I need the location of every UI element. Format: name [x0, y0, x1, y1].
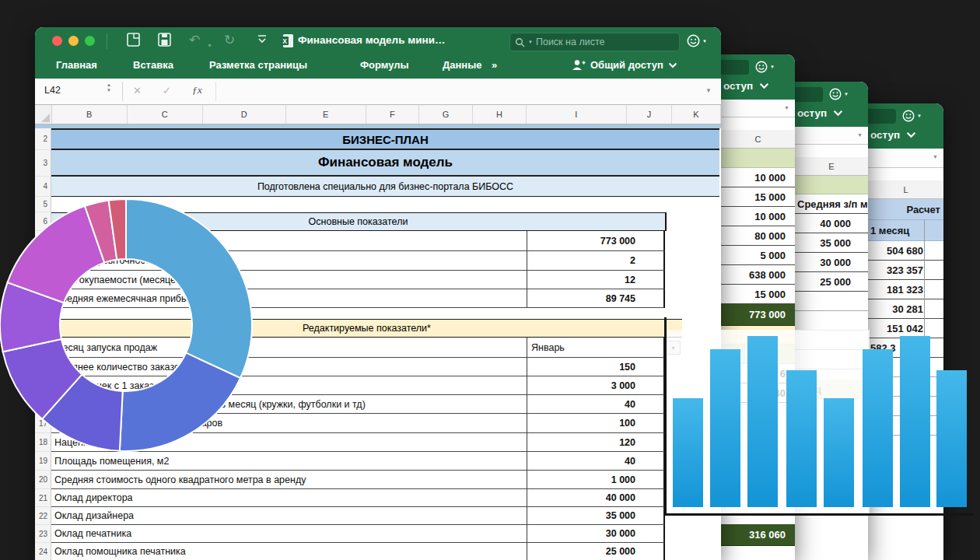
- mini-cell[interactable]: [721, 546, 795, 560]
- cell-label-r19[interactable]: Площадь помещения, м2: [51, 452, 527, 471]
- save-icon[interactable]: [158, 32, 171, 52]
- mini-cell[interactable]: 40 000: [795, 214, 868, 233]
- mini-cell[interactable]: 15 000: [721, 187, 795, 207]
- close-button[interactable]: [52, 36, 62, 46]
- ribbon-collapse-icon[interactable]: [257, 32, 268, 51]
- share-button[interactable]: Общий доступ: [572, 59, 677, 71]
- cell-label-r23[interactable]: Оклад печатника: [51, 525, 527, 543]
- cell-value-r24[interactable]: 25 000: [527, 543, 665, 560]
- select-all-corner[interactable]: [35, 105, 52, 124]
- cell-value-r16[interactable]: 40: [527, 395, 665, 414]
- mini-cell[interactable]: 504 680: [868, 241, 943, 261]
- cell-value-r10[interactable]: 89 745: [527, 289, 665, 308]
- column-header-C[interactable]: C: [128, 105, 203, 124]
- share-button-fragment[interactable]: оступ: [723, 80, 769, 92]
- column-header-I[interactable]: I: [527, 105, 628, 124]
- mini-cell[interactable]: 10 000: [721, 207, 795, 226]
- mini-cell[interactable]: 1 месяц: [868, 220, 943, 241]
- mini-cell[interactable]: 323 357: [868, 261, 943, 280]
- undo-icon[interactable]: ↶: [189, 32, 200, 49]
- zoom-button[interactable]: [85, 36, 95, 46]
- feedback-smiley-button[interactable]: ▼: [829, 88, 849, 100]
- column-header-B[interactable]: B: [52, 105, 128, 124]
- cell-value-r14[interactable]: 150: [527, 358, 665, 376]
- cell-value-r21[interactable]: 40 000: [527, 489, 665, 507]
- cell-label-r22[interactable]: Оклад дизайнера: [51, 507, 527, 525]
- cell-value-r20[interactable]: 1 000: [527, 471, 665, 489]
- cancel-icon[interactable]: ✕: [133, 85, 142, 96]
- new-document-icon[interactable]: [127, 32, 140, 52]
- cell-title2[interactable]: Финансовая модель: [51, 150, 719, 177]
- mini-cell[interactable]: 316 060: [721, 524, 795, 546]
- row-header-21[interactable]: 21: [35, 489, 51, 507]
- cell-value-r7[interactable]: 773 000: [527, 231, 665, 251]
- mini-cell[interactable]: 35 000: [795, 233, 868, 253]
- mini-cell[interactable]: E: [795, 157, 868, 176]
- mini-cell[interactable]: L: [868, 180, 943, 199]
- column-header-K[interactable]: K: [672, 105, 721, 124]
- cell-label-r21[interactable]: Оклад директора: [51, 489, 527, 507]
- cell-value-r15[interactable]: 3 000: [527, 376, 665, 395]
- mini-cell[interactable]: Средняя з/п м: [795, 194, 868, 214]
- mini-cell[interactable]: 10 000: [721, 168, 795, 187]
- share-button-fragment[interactable]: оступ: [870, 129, 916, 141]
- row-header-4[interactable]: 4: [35, 177, 51, 197]
- column-header-H[interactable]: H: [473, 105, 526, 124]
- column-header-G[interactable]: G: [419, 105, 473, 124]
- cell-value-r9[interactable]: 12: [527, 271, 665, 289]
- mini-cell[interactable]: [795, 176, 868, 194]
- mini-cell[interactable]: 80 000: [721, 226, 795, 246]
- column-header-F[interactable]: F: [366, 105, 419, 124]
- row-header-24[interactable]: 24: [35, 543, 51, 560]
- name-box-stepper[interactable]: ▲▼: [107, 82, 111, 93]
- feedback-smiley-button[interactable]: ▼: [687, 34, 707, 47]
- mini-cell[interactable]: 181 323: [868, 280, 943, 299]
- formula-bar-expand-icon[interactable]: ▼: [705, 87, 712, 94]
- cell-value-r22[interactable]: 35 000: [527, 507, 665, 525]
- ribbon-tab-4[interactable]: Формулы: [360, 59, 409, 71]
- ribbon-tab-1[interactable]: Главная: [56, 59, 97, 71]
- enter-icon[interactable]: ✓: [163, 85, 171, 96]
- cell-label-r24[interactable]: Оклад помощника печатника: [51, 543, 527, 560]
- cell-value-r18[interactable]: 120: [527, 433, 665, 452]
- search-input[interactable]: ▼ Поиск на листе: [509, 33, 680, 51]
- ribbon-tab-5[interactable]: Данные: [443, 59, 482, 71]
- cell-value-r17[interactable]: 100: [527, 414, 665, 433]
- ribbon-tab-6[interactable]: »: [492, 59, 497, 71]
- column-header-J[interactable]: J: [627, 105, 671, 124]
- insert-function-icon[interactable]: ƒx: [192, 84, 202, 96]
- mini-cell[interactable]: 5 000: [721, 246, 795, 265]
- cell-value-r23[interactable]: 30 000: [527, 525, 665, 543]
- minimize-button[interactable]: [68, 36, 79, 46]
- ribbon-tab-2[interactable]: Вставка: [133, 59, 173, 71]
- redo-icon[interactable]: ↻: [224, 32, 235, 49]
- row-header-20[interactable]: 20: [35, 471, 51, 489]
- row-header-22[interactable]: 22: [35, 507, 51, 525]
- name-box[interactable]: L42: [44, 85, 61, 96]
- cell-value-r8[interactable]: 2: [527, 251, 665, 271]
- cell-label-r20[interactable]: Средняя стоимость одного квадратного мет…: [51, 471, 527, 489]
- ribbon-tab-3[interactable]: Разметка страницы: [209, 59, 307, 71]
- mini-cell[interactable]: 30 281: [868, 299, 943, 319]
- cell-value-r13[interactable]: Январь: [527, 338, 665, 358]
- mini-cell[interactable]: C: [721, 130, 795, 149]
- feedback-smiley-button[interactable]: ▼: [902, 110, 922, 122]
- row-header-2[interactable]: 2: [35, 128, 51, 150]
- mini-cell[interactable]: Расчет: [868, 199, 943, 220]
- mini-cell[interactable]: 25 000: [795, 272, 868, 292]
- row-header-19[interactable]: 19: [35, 452, 51, 471]
- search-scope-chevron-icon[interactable]: ▼: [528, 40, 533, 44]
- mini-cell[interactable]: [721, 149, 795, 168]
- cell-title1[interactable]: БИЗНЕС-ПЛАН: [51, 128, 719, 150]
- mini-cell[interactable]: 638 000: [721, 265, 795, 285]
- formula-bar-expand-icon[interactable]: ▼: [784, 105, 789, 110]
- formula-bar-expand-icon[interactable]: ▼: [933, 154, 938, 159]
- column-header-E[interactable]: E: [286, 105, 366, 124]
- feedback-smiley-button[interactable]: ▼: [755, 61, 775, 73]
- share-button-fragment[interactable]: оступ: [797, 107, 843, 119]
- undo-chevron-icon[interactable]: ▼: [207, 37, 212, 54]
- row-header-23[interactable]: 23: [35, 525, 51, 543]
- formula-bar-expand-icon[interactable]: ▼: [857, 132, 863, 138]
- cell-value-r19[interactable]: 40: [527, 452, 665, 471]
- column-header-D[interactable]: D: [203, 105, 286, 124]
